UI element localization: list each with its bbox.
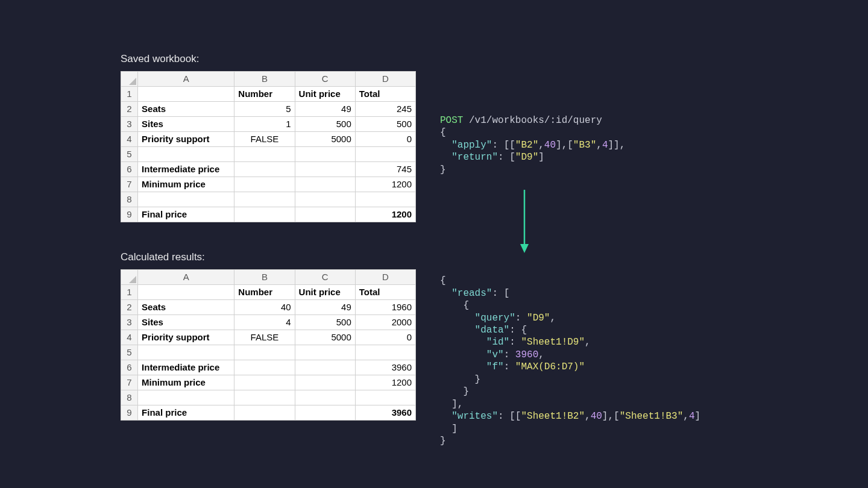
cell: Unit price [295,87,355,102]
row-header: 5 [121,147,138,162]
json-key: "data" [475,325,510,336]
api-code-block: POST /v1/workbooks/:id/query { "apply": … [440,114,778,448]
select-all-corner [121,270,138,285]
cell: Final price [138,405,234,421]
json-key: "v" [486,349,504,360]
json-key: "reads" [451,288,492,299]
cell: Priority support [138,330,234,345]
cell: 49 [295,300,355,315]
cell: 3960 [355,360,415,375]
cell: 1960 [355,300,415,315]
json-num: 3960 [515,349,538,360]
select-all-corner [121,72,138,87]
cell: 40 [234,300,295,315]
cell: Sites [138,315,234,330]
col-header-A: A [138,72,234,87]
cell: Priority support [138,132,234,147]
row-header: 7 [121,375,138,390]
row-header: 7 [121,177,138,192]
col-header-D: D [355,72,415,87]
saved-workbook-label: Saved workbook: [121,53,416,65]
cell: FALSE [234,330,295,345]
cell: 0 [355,330,415,345]
cell: 4 [234,315,295,330]
cell: 1200 [355,375,415,390]
row-header: 4 [121,330,138,345]
row-header: 1 [121,285,138,300]
cell: 745 [355,162,415,177]
col-header-D: D [355,270,415,285]
col-header-B: B [234,270,295,285]
row-header: 5 [121,345,138,360]
json-key: "f" [486,361,504,372]
json-key: "apply" [451,140,492,151]
json-str: "D9" [527,313,550,324]
cell: 5000 [295,330,355,345]
row-header: 2 [121,300,138,315]
cell: 500 [295,117,355,132]
cell: 1200 [355,207,415,222]
cell: 5 [234,102,295,117]
col-header-C: C [295,72,355,87]
row-header: 8 [121,390,138,405]
cell: 5000 [295,132,355,147]
http-method: POST [440,115,463,126]
row-header: 3 [121,117,138,132]
cell: 500 [355,117,415,132]
cell: Total [355,285,415,300]
row-header: 3 [121,315,138,330]
cell: Seats [138,300,234,315]
saved-workbook-table: A B C D 1NumberUnit priceTotal 2Seats549… [121,71,416,222]
row-header: 9 [121,405,138,421]
row-header: 6 [121,162,138,177]
cell: FALSE [234,132,295,147]
cell: Sites [138,117,234,132]
flow-arrow-icon [518,190,530,253]
json-key: "writes" [451,411,498,422]
col-header-C: C [295,270,355,285]
row-header: 2 [121,102,138,117]
cell: Minimum price [138,177,234,192]
cell: 3960 [355,405,415,421]
json-key: "id" [486,337,509,348]
cell: Minimum price [138,375,234,390]
http-path: /v1/workbooks/:id/query [469,115,602,126]
json-key: "query" [475,313,515,324]
cell: 0 [355,132,415,147]
cell: Number [234,87,295,102]
cell: Final price [138,207,234,222]
row-header: 9 [121,207,138,222]
row-header: 6 [121,360,138,375]
cell: Total [355,87,415,102]
json-str: "Sheet1!D9" [521,337,585,348]
cell: 2000 [355,315,415,330]
cell: Unit price [295,285,355,300]
row-header: 4 [121,132,138,147]
json-str: "MAX(D6:D7)" [515,361,585,372]
cell: 500 [295,315,355,330]
row-header: 8 [121,192,138,207]
col-header-A: A [138,270,234,285]
calculated-results-label: Calculated results: [121,251,416,263]
cell: Intermediate price [138,162,234,177]
cell: 1 [234,117,295,132]
cell: Intermediate price [138,360,234,375]
svg-marker-1 [520,244,529,253]
calculated-results-table: A B C D 1NumberUnit priceTotal 2Seats404… [121,269,416,421]
json-key: "return" [451,152,498,163]
cell: 49 [295,102,355,117]
col-header-B: B [234,72,295,87]
cell: Number [234,285,295,300]
row-header: 1 [121,87,138,102]
cell: Seats [138,102,234,117]
cell: 245 [355,102,415,117]
cell: 1200 [355,177,415,192]
